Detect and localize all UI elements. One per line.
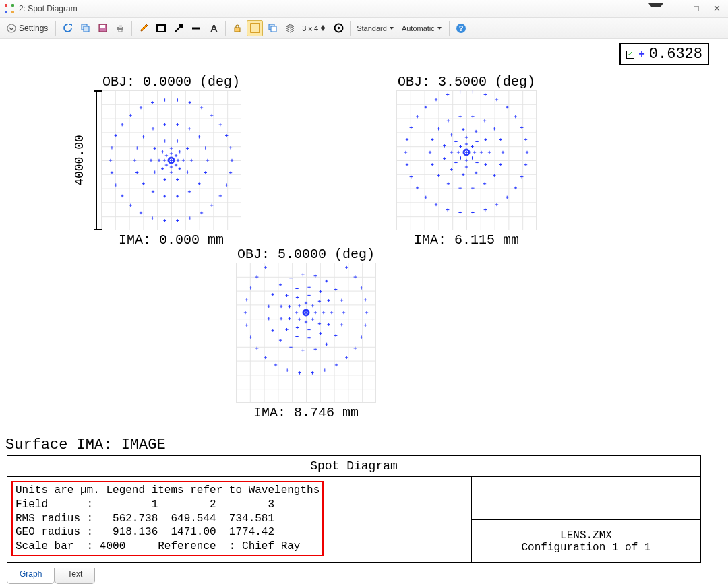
svg-rect-15 xyxy=(271,26,276,32)
ima-label: IMA: 6.115 mm xyxy=(396,232,537,248)
copy-button[interactable] xyxy=(77,20,93,36)
edit-button[interactable] xyxy=(135,20,152,36)
dropdown-icon[interactable] xyxy=(648,3,663,14)
spot-points xyxy=(236,263,376,403)
stats-text: Units are µm. Legend items refer to Wave… xyxy=(11,481,324,556)
settings-label: Settings xyxy=(19,24,48,33)
info-left: Units are µm. Legend items refer to Wave… xyxy=(7,477,472,563)
svg-rect-10 xyxy=(235,28,240,32)
text-tool[interactable]: A xyxy=(206,20,222,36)
window-layout-button[interactable] xyxy=(247,20,263,36)
line-tool[interactable] xyxy=(188,20,204,36)
maximize-button[interactable]: □ xyxy=(689,3,704,14)
svg-rect-6 xyxy=(119,25,122,28)
color-mode-selector[interactable]: Standard xyxy=(354,20,398,36)
lock-button[interactable] xyxy=(229,20,245,36)
print-button[interactable] xyxy=(112,20,128,36)
grid-size-label: 3 x 4 xyxy=(302,24,318,32)
info-right: LENS.ZMX Configuration 1 of 1 xyxy=(472,477,701,563)
bottom-tabs: Graph Text xyxy=(7,568,95,584)
windows-button[interactable] xyxy=(264,20,280,36)
obj-label: OBJ: 0.0000 (deg) xyxy=(101,74,241,90)
toolbar: Settings A 3 x 4 Standard Automatic ? xyxy=(0,18,728,39)
automatic-label: Automatic xyxy=(402,24,435,32)
scale-bar: 4000.00 xyxy=(88,90,101,230)
info-panel: Units are µm. Legend items refer to Wave… xyxy=(7,477,701,563)
spot-points xyxy=(396,90,537,230)
window-title: 2: Spot Diagram xyxy=(19,4,648,13)
config-label: Configuration 1 of 1 xyxy=(521,542,650,554)
titlebar: 2: Spot Diagram — □ ✕ xyxy=(0,0,728,18)
settings-button[interactable]: Settings xyxy=(3,20,52,36)
svg-rect-8 xyxy=(157,25,165,32)
spot-points xyxy=(101,90,241,230)
ima-label: IMA: 0.000 mm xyxy=(101,232,241,248)
refresh-button[interactable] xyxy=(59,20,75,36)
spot-diagram-1: OBJ: 0.0000 (deg)IMA: 0.000 mm4000.00 xyxy=(101,90,241,230)
color-mode-label: Standard xyxy=(357,24,387,32)
svg-rect-4 xyxy=(100,25,105,28)
svg-rect-7 xyxy=(119,30,122,32)
file-label: LENS.ZMX xyxy=(560,529,612,542)
spot-diagram-3: OBJ: 5.0000 (deg)IMA: 8.746 mm xyxy=(236,263,376,403)
svg-point-0 xyxy=(7,24,16,32)
spot-plot-area: OBJ: 0.0000 (deg)IMA: 0.000 mm4000.00OBJ… xyxy=(0,38,728,455)
svg-point-17 xyxy=(337,27,340,30)
svg-text:?: ? xyxy=(458,24,463,32)
diagram-title: Spot Diagram xyxy=(7,455,701,477)
arrow-tool[interactable] xyxy=(171,20,187,36)
help-button[interactable]: ? xyxy=(453,20,469,36)
svg-rect-2 xyxy=(84,26,89,32)
tab-graph[interactable]: Graph xyxy=(7,568,55,584)
rectangle-tool[interactable] xyxy=(153,20,169,36)
config-bottom: LENS.ZMX Configuration 1 of 1 xyxy=(472,520,700,562)
app-icon xyxy=(4,3,15,14)
tab-text[interactable]: Text xyxy=(55,568,95,584)
config-top xyxy=(472,477,700,520)
save-button[interactable] xyxy=(94,20,111,36)
obj-label: OBJ: 5.0000 (deg) xyxy=(236,247,376,262)
grid-size-selector[interactable]: 3 x 4 xyxy=(299,20,329,36)
ima-label: IMA: 8.746 mm xyxy=(236,405,376,420)
close-button[interactable]: ✕ xyxy=(709,3,724,14)
surface-label: Surface IMA: IMAGE xyxy=(5,436,166,453)
target-button[interactable] xyxy=(330,20,346,36)
minimize-button[interactable]: — xyxy=(669,3,684,14)
layers-button[interactable] xyxy=(282,20,298,36)
spot-diagram-2: OBJ: 3.5000 (deg)IMA: 6.115 mm xyxy=(396,90,537,230)
obj-label: OBJ: 3.5000 (deg) xyxy=(396,74,537,90)
automatic-selector[interactable]: Automatic xyxy=(399,20,446,36)
